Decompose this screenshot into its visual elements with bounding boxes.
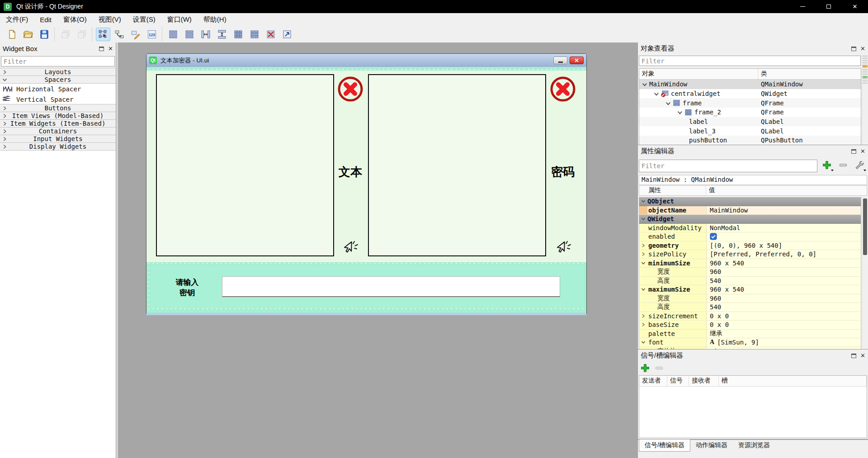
remove-connection-button[interactable] <box>654 364 665 374</box>
chevron-down-icon[interactable] <box>642 81 647 87</box>
dock-tab[interactable]: 信号/槽编辑器 <box>639 439 690 452</box>
object-inspector-filter-input[interactable] <box>639 56 861 66</box>
object-tree-row[interactable]: labelQLabel <box>639 117 861 127</box>
widget-item[interactable]: Vertical Spacer <box>0 94 116 104</box>
column-property[interactable]: 属性 <box>639 186 706 195</box>
indent-spacer[interactable] <box>639 206 647 215</box>
edit-tab-order-button[interactable]: 123 <box>145 28 159 41</box>
splitter-horizontal-button[interactable] <box>198 28 213 41</box>
object-tree-row[interactable]: pushButtonQPushButton <box>639 136 861 145</box>
column-class[interactable]: 类 <box>758 69 770 79</box>
property-row[interactable]: objectNameMainWindow <box>639 206 861 215</box>
chevron-down-icon[interactable] <box>639 215 647 223</box>
chevron-right-icon[interactable] <box>639 321 647 329</box>
chevron-down-icon[interactable] <box>639 285 647 294</box>
edit-widgets-button[interactable] <box>96 28 110 41</box>
widget-box-category[interactable]: Item Views (Model-Based) <box>0 112 116 120</box>
password-label[interactable]: 密码 <box>549 164 576 180</box>
form-titlebar[interactable]: Qt 文本加密器 - UI.ui ✕ <box>146 54 586 67</box>
object-tree-row[interactable]: frameQFrame <box>639 98 861 108</box>
property-value[interactable]: 960 <box>706 268 861 276</box>
chevron-down-icon[interactable] <box>677 109 683 115</box>
object-tree-row[interactable]: label_3QLabel <box>639 126 861 136</box>
chevron-right-icon[interactable] <box>639 241 647 250</box>
object-tree-row[interactable]: centralwidgetQWidget <box>639 89 861 99</box>
property-row[interactable]: palette继承 <box>639 330 861 339</box>
property-row[interactable]: baseSize0 x 0 <box>639 321 861 330</box>
splitter-vertical-button[interactable] <box>215 28 229 41</box>
form-canvas[interactable]: 文本 密码 请输入 密钥 <box>146 67 586 313</box>
menu-item[interactable]: 窗体(O) <box>57 14 93 25</box>
menu-item[interactable]: 窗口(W) <box>161 14 198 25</box>
adjust-size-button[interactable] <box>280 28 294 41</box>
property-row[interactable]: sizeIncrement0 x 0 <box>639 312 861 321</box>
form-window[interactable]: Qt 文本加密器 - UI.ui ✕ 文本 密码 请输入 <box>146 53 587 315</box>
text-edit-area[interactable] <box>156 74 334 256</box>
save-form-button[interactable] <box>37 28 52 41</box>
close-panel-icon[interactable]: ✕ <box>860 353 865 359</box>
property-row[interactable]: sizePolicy[Preferred, Preferred, 0, 0] <box>639 250 861 259</box>
property-row[interactable]: 宽度960 <box>639 294 861 303</box>
chevron-down-icon[interactable] <box>654 91 659 96</box>
property-value[interactable]: 960 x 540 <box>706 259 861 268</box>
float-panel-icon[interactable] <box>851 47 856 51</box>
widget-box-category[interactable]: Containers <box>0 127 116 135</box>
property-row[interactable]: geometry[(0, 0), 960 x 540] <box>639 241 861 250</box>
column-object[interactable]: 对象 <box>639 69 758 79</box>
indent-spacer[interactable] <box>639 232 647 241</box>
signal-slot-column-header[interactable]: 信号 <box>667 376 689 386</box>
property-value[interactable]: SimSun <box>706 347 861 349</box>
chevron-down-icon[interactable] <box>639 338 647 347</box>
property-value[interactable]: 960 x 540 <box>706 285 861 294</box>
chevron-down-icon[interactable] <box>665 100 671 106</box>
indent-spacer[interactable] <box>639 277 647 285</box>
layout-vertical-button[interactable] <box>182 28 197 41</box>
menu-item[interactable]: Edit <box>34 14 57 25</box>
layout-form-button[interactable] <box>247 28 262 41</box>
add-dynamic-property-button[interactable] <box>820 160 834 172</box>
property-value[interactable]: 540 <box>706 277 861 285</box>
property-value[interactable] <box>706 232 861 241</box>
key-prompt-label[interactable]: 请输入 密钥 <box>167 277 208 298</box>
property-value[interactable]: MainWindow <box>706 206 861 215</box>
property-row[interactable]: minimumSize960 x 540 <box>639 259 861 268</box>
chevron-right-icon[interactable] <box>639 312 647 321</box>
click-cursor-icon[interactable] <box>342 240 360 258</box>
edit-signals-slots-button[interactable] <box>112 28 127 41</box>
edit-buddies-button[interactable] <box>128 28 143 41</box>
float-panel-icon[interactable] <box>99 47 104 51</box>
widget-item[interactable]: Horizontal Spacer <box>0 84 116 94</box>
column-value[interactable]: 值 <box>706 186 867 195</box>
form-minimize-button[interactable] <box>553 57 567 64</box>
property-row[interactable]: 宽度960 <box>639 268 861 277</box>
close-panel-icon[interactable]: ✕ <box>860 148 865 154</box>
property-value[interactable]: 继承 <box>706 330 861 338</box>
text-label[interactable]: 文本 <box>337 164 364 180</box>
property-row[interactable]: windowModalityNonModal <box>639 224 861 233</box>
remove-dynamic-property-button[interactable] <box>836 160 850 172</box>
layout-horizontal-button[interactable] <box>166 28 180 41</box>
widget-box-category[interactable]: Layouts <box>0 68 116 76</box>
password-edit-area[interactable] <box>368 74 546 256</box>
minimize-button[interactable] <box>789 0 816 13</box>
clear-password-icon[interactable] <box>549 76 576 102</box>
add-connection-button[interactable] <box>640 364 651 374</box>
dock-tab[interactable]: 资源浏览器 <box>733 440 775 451</box>
indent-spacer[interactable] <box>639 268 647 276</box>
menu-item[interactable]: 设置(S) <box>127 14 161 25</box>
property-filter-input[interactable] <box>639 160 817 172</box>
break-layout-button[interactable] <box>264 28 278 41</box>
property-scrollbar[interactable] <box>862 197 868 349</box>
indent-spacer[interactable] <box>639 303 647 312</box>
object-tree-row[interactable]: frame_2QFrame <box>639 108 861 117</box>
property-section-header[interactable]: QWidget <box>639 215 861 224</box>
indent-spacer[interactable] <box>639 347 647 349</box>
indent-spacer[interactable] <box>639 330 647 338</box>
property-row[interactable]: fontA[SimSun, 9] <box>639 338 861 347</box>
property-value[interactable]: [Preferred, Preferred, 0, 0] <box>706 250 861 259</box>
form-close-button[interactable]: ✕ <box>570 57 584 64</box>
disabled-tool-2-button[interactable] <box>75 28 89 41</box>
layout-grid-button[interactable] <box>231 28 245 41</box>
property-value[interactable]: 0 x 0 <box>706 312 861 321</box>
property-section-header[interactable]: QObject <box>639 197 861 206</box>
